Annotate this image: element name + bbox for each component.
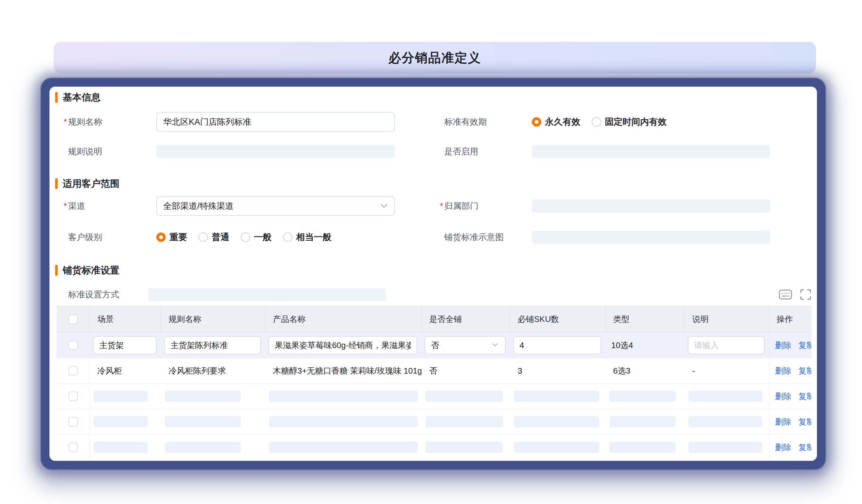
section-basic-info-title: 基本信息 (63, 91, 101, 104)
customer-level-label: 客户级别 (68, 231, 102, 243)
radio-level-important[interactable]: 重要 (156, 231, 187, 243)
product-cell: 木糖醇3+无糖口香糖 茉莉味/玫瑰味 101g… (265, 358, 421, 383)
skeleton-bar (425, 416, 503, 427)
radio-level-normal[interactable]: 普通 (198, 231, 230, 243)
standards-table: 场景 规则名称 产品名称 是否全铺 必铺SKU数 类型 说明 操作 (57, 306, 812, 460)
full-cover-value: 否 (431, 340, 439, 351)
channel-select-value: 全部渠道/特殊渠道 (163, 200, 234, 212)
radio-unselected-icon (592, 117, 601, 127)
note-cell: - (684, 358, 769, 383)
radio-fixed-time[interactable]: 固定时间内有效 (592, 116, 667, 128)
skeleton-bar (609, 390, 676, 402)
full-cover-select[interactable]: 否 (425, 336, 506, 354)
type-cell: 6选3 (605, 358, 684, 383)
delete-link[interactable]: 删除 (775, 340, 792, 351)
col-rule-name: 规则名称 (161, 306, 265, 332)
channel-select[interactable]: 全部渠道/特殊渠道 (156, 196, 395, 216)
row-checkbox[interactable] (68, 366, 78, 375)
skeleton-bar (269, 442, 418, 453)
note-field[interactable] (688, 336, 765, 354)
full-cover-cell: 否 (421, 358, 510, 383)
col-type: 类型 (605, 306, 684, 332)
select-all-checkbox[interactable] (68, 315, 78, 324)
radio-selected-icon (532, 117, 541, 127)
table-row-edit: 否 10选4 删除 复制 (57, 333, 812, 358)
sku-count-cell: 3 (510, 358, 605, 383)
delete-link[interactable]: 删除 (775, 366, 792, 376)
section-accent-bar (55, 92, 58, 103)
skeleton-bar (269, 390, 418, 402)
note-input[interactable] (694, 341, 758, 350)
rule-name-cell-field[interactable] (164, 336, 261, 354)
skeleton-bar (688, 442, 762, 453)
skeleton-bar (514, 416, 599, 427)
row-checkbox[interactable] (68, 341, 78, 350)
delete-link[interactable]: 删除 (775, 391, 792, 402)
sku-count-input[interactable] (520, 341, 595, 350)
rule-name-cell-input[interactable] (170, 341, 254, 350)
section-customer-scope: 适用客户范围 (55, 177, 119, 190)
skeleton-bar (269, 416, 418, 427)
radio-unselected-icon (241, 233, 250, 242)
page-banner: 必分销品准定义 (54, 42, 816, 74)
col-full-cover: 是否全铺 (421, 306, 510, 332)
table-row-empty: 删除 复制 (57, 435, 812, 460)
skeleton-bar (94, 390, 148, 402)
table-row-empty: 删除 复制 (57, 384, 812, 409)
skeleton-bar (514, 390, 599, 402)
skeleton-bar (688, 390, 762, 402)
keyboard-icon[interactable] (779, 288, 792, 302)
copy-link[interactable]: 复制 (798, 391, 812, 402)
copy-link[interactable]: 复制 (798, 442, 812, 453)
radio-level-general[interactable]: 一般 (241, 231, 272, 243)
radio-permanent[interactable]: 永久有效 (532, 116, 580, 128)
copy-link[interactable]: 复制 (798, 366, 812, 376)
col-scene: 场景 (90, 306, 161, 332)
section-basic-info: 基本信息 (55, 91, 101, 104)
scene-field[interactable] (93, 336, 157, 354)
section-accent-bar (55, 265, 58, 276)
diagram-field-disabled (532, 230, 770, 244)
product-field[interactable] (269, 336, 417, 354)
radio-unselected-icon (283, 233, 292, 242)
setting-method-field-disabled (148, 288, 386, 302)
required-mark: * (64, 201, 67, 211)
page-title: 必分销品准定义 (389, 49, 481, 66)
radio-level-quite-general[interactable]: 相当一般 (283, 231, 331, 243)
validity-radio-group: 永久有效 固定时间内有效 (532, 115, 667, 129)
row-checkbox[interactable] (68, 417, 78, 426)
department-field-disabled (532, 199, 770, 213)
product-input[interactable] (275, 341, 411, 350)
main-panel-frame: 基本信息 *规则名称 标准有效期 永久有效 固定时间内有效 规则说明 (41, 78, 825, 469)
col-product: 产品名称 (265, 306, 421, 332)
table-header-row: 场景 规则名称 产品名称 是否全铺 必铺SKU数 类型 说明 操作 (57, 306, 812, 333)
chevron-down-icon (492, 343, 499, 348)
skeleton-bar (165, 442, 241, 453)
department-label: *归属部门 (440, 200, 479, 212)
skeleton-bar (688, 416, 762, 427)
skeleton-bar (165, 390, 241, 402)
fullscreen-icon[interactable] (799, 288, 812, 302)
radio-selected-icon (156, 233, 166, 242)
scene-input[interactable] (99, 341, 150, 350)
channel-label: *渠道 (64, 200, 86, 212)
delete-link[interactable]: 删除 (775, 442, 792, 453)
skeleton-bar (609, 416, 676, 427)
enabled-label: 是否启用 (444, 145, 478, 158)
section-standard-settings-title: 铺货标准设置 (63, 264, 119, 277)
table-row: 冷风柜 冷风柜陈列要求 木糖醇3+无糖口香糖 茉莉味/玫瑰味 101g… 否 3… (57, 358, 812, 384)
sku-count-field[interactable] (513, 336, 601, 354)
skeleton-bar (425, 390, 503, 402)
copy-link[interactable]: 复制 (798, 416, 812, 427)
skeleton-bar (94, 442, 148, 453)
radio-unselected-icon (198, 233, 208, 242)
delete-link[interactable]: 删除 (775, 416, 792, 427)
row-checkbox[interactable] (68, 392, 78, 401)
required-mark: * (64, 117, 67, 127)
rule-name-input[interactable] (163, 117, 388, 127)
page: 必分销品准定义 基本信息 *规则名称 标准有效期 永久有效 (0, 0, 862, 504)
rule-name-field[interactable] (156, 112, 395, 132)
customer-level-radio-group: 重要 普通 一般 相当一般 (156, 230, 331, 244)
row-checkbox[interactable] (68, 442, 78, 452)
copy-link[interactable]: 复制 (798, 340, 812, 351)
